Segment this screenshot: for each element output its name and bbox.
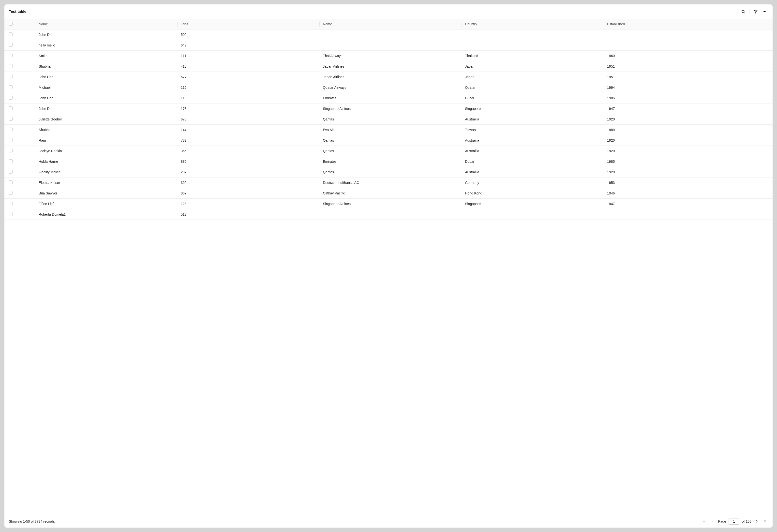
- cell-established: 1947: [604, 199, 746, 209]
- cell-country: Hong Kong: [461, 188, 604, 199]
- row-checkbox[interactable]: [9, 54, 13, 57]
- divider: [749, 9, 750, 14]
- svg-point-3: [763, 11, 764, 12]
- last-page-button[interactable]: [762, 519, 768, 524]
- row-checkbox[interactable]: [9, 96, 13, 100]
- table-row[interactable]: hello mello649: [4, 40, 773, 50]
- cell-established: 1985: [604, 156, 746, 167]
- cell-actions: [746, 104, 773, 114]
- cell-country: Austrailia: [461, 114, 604, 125]
- column-header-country[interactable]: Country: [461, 19, 604, 29]
- row-checkbox[interactable]: [9, 202, 13, 205]
- row-select-cell: [4, 156, 35, 167]
- table-row[interactable]: Fidelity Melvin237QantasAustrailia1920: [4, 167, 773, 178]
- row-checkbox[interactable]: [9, 181, 13, 184]
- row-checkbox[interactable]: [9, 191, 13, 195]
- cell-country: Austrailia: [461, 146, 604, 156]
- row-checkbox[interactable]: [9, 64, 13, 68]
- cell-actions: [746, 199, 773, 209]
- row-checkbox[interactable]: [9, 212, 13, 216]
- column-header-trips[interactable]: Trips: [177, 19, 319, 29]
- table-row[interactable]: Bria Sawyor867Cathay PacificHong Kong194…: [4, 188, 773, 199]
- row-select-cell: [4, 50, 35, 61]
- table-row[interactable]: John Doe173Singapore AirlinesSingapore19…: [4, 104, 773, 114]
- cell-established: 1920: [604, 135, 746, 146]
- table-row[interactable]: Roberta Domela1513: [4, 209, 773, 220]
- cell-actions: [746, 125, 773, 135]
- cell-country: Japan: [461, 72, 604, 82]
- page-input[interactable]: [729, 518, 739, 525]
- cell-name2: Deutsche Lufthansa AG: [319, 178, 461, 188]
- cell-country: [461, 209, 604, 220]
- row-checkbox[interactable]: [9, 170, 13, 174]
- table-row[interactable]: Ram782QantasAustrailia1920: [4, 135, 773, 146]
- column-header-established[interactable]: Established: [604, 19, 746, 29]
- next-page-button[interactable]: [754, 519, 760, 524]
- row-select-cell: [4, 167, 35, 178]
- cell-trips: 366: [177, 146, 319, 156]
- cell-name1: Bria Sawyor: [35, 188, 177, 199]
- card-header: Test table: [4, 4, 773, 19]
- records-status: Showing 1-50 of 7724 records: [9, 520, 55, 523]
- table-row[interactable]: Hulda Harrie886EmiratesDubai1985: [4, 156, 773, 167]
- row-select-cell: [4, 40, 35, 50]
- row-select-cell: [4, 146, 35, 156]
- table-row[interactable]: John Doe116EmiratesDubai1985: [4, 93, 773, 104]
- row-checkbox[interactable]: [9, 138, 13, 142]
- row-checkbox[interactable]: [9, 106, 13, 110]
- table-row[interactable]: Juliette Goebel673QantasAustrailia1920: [4, 114, 773, 125]
- cell-country: Singapore: [461, 199, 604, 209]
- cell-name2: Singapore Airlines: [319, 199, 461, 209]
- cell-trips: 782: [177, 135, 319, 146]
- cell-trips: 144: [177, 125, 319, 135]
- row-select-cell: [4, 82, 35, 93]
- table-row[interactable]: Michael116Quatar AirwaysQuatar1994: [4, 82, 773, 93]
- row-select-cell: [4, 93, 35, 104]
- row-checkbox[interactable]: [9, 149, 13, 152]
- cell-name1: Shubham: [35, 125, 177, 135]
- cell-name1: Fidelity Melvin: [35, 167, 177, 178]
- row-checkbox[interactable]: [9, 75, 13, 79]
- cell-country: Taiwan: [461, 125, 604, 135]
- more-button[interactable]: [761, 8, 768, 15]
- prev-page-button[interactable]: [709, 519, 715, 524]
- table-row[interactable]: John Doe677Japan AirlinesJapan1951: [4, 72, 773, 82]
- row-checkbox[interactable]: [9, 159, 13, 163]
- card-title: Test table: [9, 9, 26, 14]
- select-all-checkbox[interactable]: [9, 22, 13, 25]
- table-row[interactable]: John Doe500: [4, 29, 773, 40]
- search-button[interactable]: [739, 8, 747, 15]
- column-header-name1[interactable]: Name: [35, 19, 177, 29]
- cell-actions: [746, 40, 773, 50]
- row-checkbox[interactable]: [9, 128, 13, 131]
- cell-name2: Qantas: [319, 167, 461, 178]
- cell-established: [604, 209, 746, 220]
- table-row[interactable]: Shubham418Japan AirlinesJapan1951: [4, 61, 773, 72]
- table-row[interactable]: Shubham144Eva AirTaiwan1989: [4, 125, 773, 135]
- cell-name1: Jacklyn Rankin: [35, 146, 177, 156]
- cell-country: Austrailia: [461, 135, 604, 146]
- row-checkbox[interactable]: [9, 43, 13, 47]
- table-row[interactable]: Smith111Thai AirwaysThailand1960: [4, 50, 773, 61]
- data-table: Name Trips Name Country Established John…: [4, 19, 773, 220]
- cell-name1: John Doe: [35, 104, 177, 114]
- cell-actions: [746, 72, 773, 82]
- row-checkbox[interactable]: [9, 85, 13, 89]
- first-page-button[interactable]: [701, 519, 707, 524]
- row-checkbox[interactable]: [9, 117, 13, 121]
- filter-button[interactable]: [752, 8, 759, 15]
- cell-trips: 677: [177, 72, 319, 82]
- column-header-name2[interactable]: Name: [319, 19, 461, 29]
- cell-name2: [319, 209, 461, 220]
- pager: Page of 155: [701, 518, 768, 525]
- cell-actions: [746, 114, 773, 125]
- cell-established: 1951: [604, 72, 746, 82]
- cell-country: Dubai: [461, 93, 604, 104]
- cell-name2: Singapore Airlines: [319, 104, 461, 114]
- row-select-cell: [4, 135, 35, 146]
- table-row[interactable]: Electra Kaiser399Deutsche Lufthansa AGGe…: [4, 178, 773, 188]
- table-row[interactable]: Jacklyn Rankin366QantasAustrailia1920: [4, 146, 773, 156]
- chevron-left-icon: [711, 520, 714, 523]
- row-checkbox[interactable]: [9, 32, 13, 36]
- table-row[interactable]: Fifine Lief128Singapore AirlinesSingapor…: [4, 199, 773, 209]
